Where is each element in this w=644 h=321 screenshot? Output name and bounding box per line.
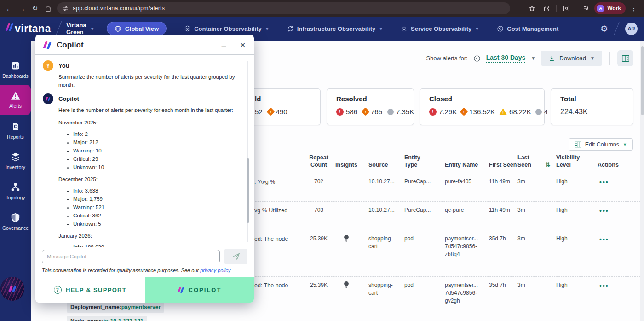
card-title: Total bbox=[560, 95, 624, 103]
insights-cell[interactable] bbox=[332, 277, 361, 291]
dashboard-icon bbox=[11, 61, 20, 70]
workspace-selector[interactable]: Virtana Green ▼ bbox=[66, 22, 95, 35]
copilot-message-input[interactable] bbox=[42, 250, 220, 263]
row-actions-menu[interactable]: ••• bbox=[593, 202, 622, 216]
help-support-tab[interactable]: ? HELP & SUPPORT bbox=[35, 277, 145, 303]
row-actions-menu[interactable]: ••• bbox=[593, 173, 622, 187]
copilot-chat-area[interactable]: Y You Summarize the number of alerts per… bbox=[35, 55, 254, 247]
help-support-label: HELP & SUPPORT bbox=[66, 286, 126, 293]
card-title: Closed bbox=[429, 95, 535, 103]
back-icon[interactable]: ← bbox=[3, 2, 16, 15]
row-actions-menu[interactable]: ••• bbox=[593, 230, 622, 244]
column-header-repeat-count[interactable]: Repeat Count bbox=[306, 152, 332, 169]
edit-columns-button[interactable]: Edit Columns ▼ bbox=[569, 138, 633, 151]
browser-profile[interactable]: A Work bbox=[594, 2, 626, 14]
list-item: Info: 2 bbox=[73, 130, 242, 138]
copilot-tab[interactable]: COPILOT bbox=[145, 277, 254, 303]
column-header-actions[interactable]: Actions bbox=[593, 159, 622, 169]
workspace-line1: Virtana bbox=[66, 22, 86, 29]
show-alerts-for-label: Show alerts for: bbox=[426, 55, 467, 62]
virtana-logo-icon bbox=[46, 96, 51, 101]
insights-cell[interactable] bbox=[332, 230, 361, 244]
bookmark-star-icon[interactable] bbox=[525, 2, 538, 15]
chevron-down-icon[interactable]: ▼ bbox=[531, 56, 535, 61]
tag-chip[interactable]: Node_name:ip-10-1-132-121 bbox=[67, 316, 147, 321]
source-cell: shopping-cart bbox=[361, 230, 398, 251]
side-search-icon[interactable] bbox=[560, 2, 573, 15]
nav-item-label: Cost Management bbox=[507, 25, 558, 32]
settings-gear-icon[interactable]: ⚙ bbox=[600, 23, 608, 34]
virtana-brand[interactable]: virtana bbox=[0, 22, 51, 35]
warning-severity-icon: ! bbox=[499, 108, 507, 115]
shield-icon bbox=[11, 213, 20, 222]
sidebar-item-topology[interactable]: Topology bbox=[0, 176, 31, 206]
page-scrollbar[interactable] bbox=[640, 41, 644, 321]
nav-cost-management[interactable]: Cost Management bbox=[497, 25, 558, 32]
forward-icon[interactable]: → bbox=[16, 2, 29, 15]
column-header-insights[interactable]: Insights bbox=[332, 159, 361, 169]
url-bar[interactable]: app.cloud.virtana.com/ui/ipm/alerts bbox=[57, 2, 510, 14]
entity-name-cell: qe-pure bbox=[438, 202, 481, 214]
first-seen-cell: 11h 49m bbox=[481, 173, 518, 186]
column-header-source[interactable]: Source bbox=[361, 159, 398, 169]
nav-item-label: Service Observability bbox=[411, 25, 472, 32]
summary-card-resolved[interactable]: Resolved !586 !765 7.35K bbox=[327, 88, 414, 125]
column-header-entity-type[interactable]: Entity Type bbox=[398, 152, 438, 169]
sidebar-item-label: Alerts bbox=[9, 103, 22, 109]
month-list: Info: 188,620 Major: 141,921 bbox=[73, 243, 242, 247]
sidebar-item-alerts[interactable]: Alerts bbox=[0, 85, 31, 115]
column-header-entity-name[interactable]: Entity Name bbox=[438, 159, 481, 169]
tag-chip[interactable]: Deployment_name:paymentserver bbox=[67, 302, 164, 313]
tab-list-icon[interactable] bbox=[580, 2, 592, 15]
summary-card-total[interactable]: Total 224.43K bbox=[551, 88, 633, 125]
extensions-icon[interactable] bbox=[540, 2, 553, 15]
global-view-label: Global View bbox=[125, 25, 159, 32]
alert-triangle-icon bbox=[11, 91, 21, 100]
nav-container-observability[interactable]: Container Observability ▼ bbox=[184, 25, 270, 32]
sort-indicator[interactable]: ⇅ bbox=[540, 159, 556, 169]
scrollbar-thumb[interactable] bbox=[641, 46, 644, 115]
last-seen-cell: 3m bbox=[518, 202, 540, 214]
hexagon-icon bbox=[184, 25, 191, 32]
minimize-icon[interactable]: – bbox=[221, 43, 226, 47]
visibility-cell: High bbox=[556, 173, 593, 186]
month-list: Info: 2 Major: 212 Warning: 10 Critical:… bbox=[73, 130, 242, 171]
time-range-selector[interactable]: Last 30 Days bbox=[486, 54, 526, 63]
home-icon[interactable] bbox=[41, 2, 54, 15]
close-icon[interactable]: ✕ bbox=[240, 41, 246, 49]
nav-service-observability[interactable]: Service Observability ▼ bbox=[401, 25, 479, 32]
column-header-visibility-level[interactable]: Visibility Level bbox=[556, 152, 593, 169]
sidebar-item-dashboards[interactable]: Dashboards bbox=[0, 54, 31, 85]
chat-scrollbar-thumb[interactable] bbox=[247, 158, 249, 223]
send-button[interactable] bbox=[224, 249, 247, 264]
privacy-policy-link[interactable]: privacy policy bbox=[200, 268, 230, 273]
clock-icon bbox=[473, 55, 481, 62]
global-view-button[interactable]: Global View bbox=[107, 22, 167, 35]
browser-menu-icon[interactable]: ⋮ bbox=[627, 2, 640, 15]
reload-icon[interactable]: ↻ bbox=[29, 2, 41, 15]
repeat-count-cell: 702 bbox=[306, 173, 332, 186]
sidebar-item-governance[interactable]: Governance bbox=[0, 206, 31, 237]
card-title-fragment: ld bbox=[255, 95, 311, 103]
entity-type-cell: pod bbox=[398, 277, 438, 289]
download-button[interactable]: Download ▼ bbox=[541, 51, 602, 66]
major-severity-icon: ! bbox=[266, 107, 275, 116]
critical-count: 586 bbox=[346, 108, 357, 116]
summary-card-partial[interactable]: ld 52 !490 bbox=[245, 88, 321, 125]
sidebar-item-inventory[interactable]: Inventory bbox=[0, 146, 31, 176]
major-count: 136.52K bbox=[469, 108, 495, 116]
side-panel-toggle-button[interactable] bbox=[617, 50, 633, 66]
globe-icon bbox=[115, 25, 121, 32]
info-count: 4 bbox=[544, 108, 548, 116]
nav-infrastructure-observability[interactable]: Infrastructure Observability ▼ bbox=[287, 25, 383, 32]
summary-card-closed[interactable]: Closed !7.29K !136.52K !68.22K 4 bbox=[420, 88, 545, 125]
report-icon bbox=[11, 122, 20, 131]
copilot-avatar bbox=[43, 93, 53, 104]
column-header-last-seen[interactable]: Last Seen bbox=[518, 152, 540, 169]
user-avatar[interactable]: AR bbox=[625, 23, 638, 35]
sidebar-item-reports[interactable]: Reports bbox=[0, 115, 31, 146]
source-cell: 10.10.27... bbox=[361, 202, 398, 214]
row-actions-menu[interactable]: ••• bbox=[593, 277, 622, 291]
column-header-first-seen[interactable]: First Seen bbox=[481, 159, 518, 169]
virtana-badge-logo[interactable] bbox=[0, 277, 24, 301]
